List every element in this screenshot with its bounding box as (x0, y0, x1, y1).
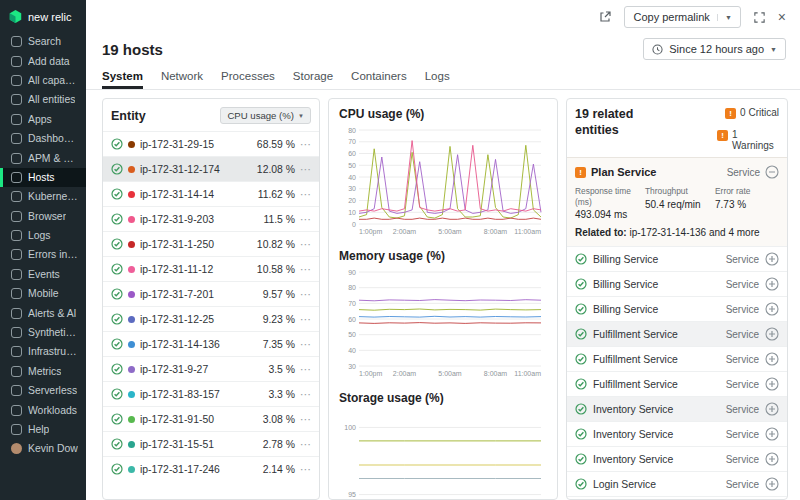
related-service-row[interactable]: Fulfillment Service Service (567, 346, 787, 371)
row-menu-icon[interactable]: ⋯ (300, 138, 311, 151)
expand-service-button[interactable] (765, 352, 779, 366)
host-row[interactable]: ip-172-31-17-246 2.14 % ⋯ (103, 456, 319, 481)
host-row[interactable]: ip-172-31-9-27 3.5 % ⋯ (103, 356, 319, 381)
row-menu-icon[interactable]: ⋯ (300, 463, 311, 476)
host-row[interactable]: ip-172-31-12-25 9.23 % ⋯ (103, 306, 319, 331)
row-menu-icon[interactable]: ⋯ (300, 363, 311, 376)
host-row[interactable]: ip-172-31-11-12 10.58 % ⋯ (103, 256, 319, 281)
row-menu-icon[interactable]: ⋯ (300, 213, 311, 226)
svg-text:10: 10 (348, 209, 356, 216)
copy-permalink-button[interactable]: Copy permalink ▼ (624, 6, 740, 28)
health-ok-icon (575, 278, 587, 290)
sidebar-item-help[interactable]: Help (0, 420, 86, 439)
row-menu-icon[interactable]: ⋯ (300, 188, 311, 201)
collapse-service-button[interactable] (765, 165, 779, 179)
sidebar-item-workloads[interactable]: Workloads (0, 400, 86, 419)
expand-service-button[interactable] (765, 327, 779, 341)
sidebar-item-all-entities[interactable]: All entities (0, 90, 86, 109)
related-to-value[interactable]: ip-172-31-14-136 and 4 more (629, 227, 759, 238)
expand-service-button[interactable] (765, 402, 779, 416)
host-row[interactable]: ip-172-31-9-203 11.5 % ⋯ (103, 206, 319, 231)
sidebar-item-apps[interactable]: Apps (0, 110, 86, 129)
logs-icon (11, 230, 22, 241)
related-service-row[interactable]: Login Service Service (567, 496, 787, 500)
related-service-row[interactable]: Fulfillment Service Service (567, 371, 787, 396)
row-menu-icon[interactable]: ⋯ (300, 438, 311, 451)
sidebar-item-serverless[interactable]: Serverless (0, 381, 86, 400)
tab-network[interactable]: Network (161, 70, 203, 89)
host-row[interactable]: ip-172-31-15-51 2.78 % ⋯ (103, 431, 319, 456)
host-metric-value: 9.57 % (263, 289, 295, 300)
sidebar-item-alerts-ai[interactable]: Alerts & AI (0, 303, 86, 322)
expand-service-button[interactable] (765, 452, 779, 466)
sidebar-item-apm-services[interactable]: APM & services (0, 148, 86, 167)
row-menu-icon[interactable]: ⋯ (300, 338, 311, 351)
sidebar-item-add-data[interactable]: Add data (0, 51, 86, 70)
sidebar-item-dashboards[interactable]: Dashboards (0, 129, 86, 148)
tab-system[interactable]: System (102, 70, 143, 89)
host-row[interactable]: ip-172-31-91-50 3.08 % ⋯ (103, 406, 319, 431)
expand-service-button[interactable] (765, 302, 779, 316)
service-metric: Error rate 7.73 % (715, 186, 779, 220)
metric-label: Response time (ms) (575, 186, 639, 207)
chart-title: CPU usage (%) (339, 107, 547, 121)
sidebar-item-hosts[interactable]: Hosts (0, 168, 86, 187)
time-picker-button[interactable]: Since 12 hours ago ▼ (643, 38, 786, 60)
related-service-row[interactable]: Inventory Service Service (567, 446, 787, 471)
expand-service-button[interactable] (765, 252, 779, 266)
row-menu-icon[interactable]: ⋯ (300, 263, 311, 276)
service-name: Fulfillment Service (593, 379, 720, 390)
expand-service-button[interactable] (765, 427, 779, 441)
host-row[interactable]: ip-172-31-7-201 9.57 % ⋯ (103, 281, 319, 306)
chevron-down-icon[interactable]: ▼ (717, 14, 732, 21)
sidebar-item-events[interactable]: Events (0, 265, 86, 284)
close-icon[interactable]: × (778, 10, 786, 24)
related-service-row[interactable]: Inventory Service Service (567, 421, 787, 446)
host-row[interactable]: ip-172-31-29-15 68.59 % ⋯ (103, 131, 319, 156)
tab-containers[interactable]: Containers (351, 70, 407, 89)
tab-label: Network (161, 70, 203, 82)
host-row[interactable]: ip-172-31-14-14 11.62 % ⋯ (103, 181, 319, 206)
entities-icon (11, 94, 22, 105)
host-row[interactable]: ip-172-31-1-250 10.82 % ⋯ (103, 231, 319, 256)
host-row[interactable]: ip-172-31-14-136 7.35 % ⋯ (103, 331, 319, 356)
expand-service-button[interactable] (765, 377, 779, 391)
tab-processes[interactable]: Processes (221, 70, 275, 89)
metric-selector-dropdown[interactable]: CPU usage (%) ▼ (220, 107, 311, 124)
tab-storage[interactable]: Storage (293, 70, 333, 89)
sidebar-item-logs[interactable]: Logs (0, 226, 86, 245)
sidebar-item-kubernetes[interactable]: Kubernetes (0, 187, 86, 206)
row-menu-icon[interactable]: ⋯ (300, 163, 311, 176)
row-menu-icon[interactable]: ⋯ (300, 238, 311, 251)
row-menu-icon[interactable]: ⋯ (300, 388, 311, 401)
row-menu-icon[interactable]: ⋯ (300, 288, 311, 301)
related-service-row[interactable]: Billing Service Service (567, 271, 787, 296)
sidebar-item-metrics[interactable]: Metrics (0, 362, 86, 381)
related-service-row[interactable]: Fulfillment Service Service (567, 321, 787, 346)
row-menu-icon[interactable]: ⋯ (300, 313, 311, 326)
row-menu-icon[interactable]: ⋯ (300, 413, 311, 426)
related-service-row[interactable]: Billing Service Service (567, 296, 787, 321)
sidebar-item-all-capabilities[interactable]: All capabilities (0, 71, 86, 90)
host-name: ip-172-31-29-15 (140, 139, 252, 150)
host-row[interactable]: ip-172-31-83-157 3.3 % ⋯ (103, 381, 319, 406)
related-service-row[interactable]: Login Service Service (567, 471, 787, 496)
metric-selector-label: CPU usage (%) (227, 110, 294, 121)
expand-service-button[interactable] (765, 477, 779, 491)
host-row[interactable]: ip-172-31-12-174 12.08 % ⋯ (103, 156, 319, 181)
tab-logs[interactable]: Logs (425, 70, 450, 89)
related-service-row[interactable]: Inventory Service Service (567, 396, 787, 421)
sidebar-item-kevin-dow[interactable]: Kevin Dow (0, 439, 86, 458)
export-icon[interactable] (598, 10, 612, 24)
related-service-row[interactable]: Billing Service Service (567, 246, 787, 271)
sidebar-item-errors-inbox[interactable]: Errors inbox (0, 245, 86, 264)
brand-logo[interactable]: new relic (0, 0, 86, 32)
sidebar-item-synthetic-monitoring[interactable]: Synthetic monitoring (0, 323, 86, 342)
sidebar-item-search[interactable]: Search (0, 32, 86, 51)
expand-icon[interactable] (753, 11, 766, 24)
sidebar-item-infrastructure[interactable]: Infrastructure (0, 342, 86, 361)
sidebar-item-browser[interactable]: Browser (0, 207, 86, 226)
events-icon (11, 269, 22, 280)
expand-service-button[interactable] (765, 277, 779, 291)
sidebar-item-mobile[interactable]: Mobile (0, 284, 86, 303)
